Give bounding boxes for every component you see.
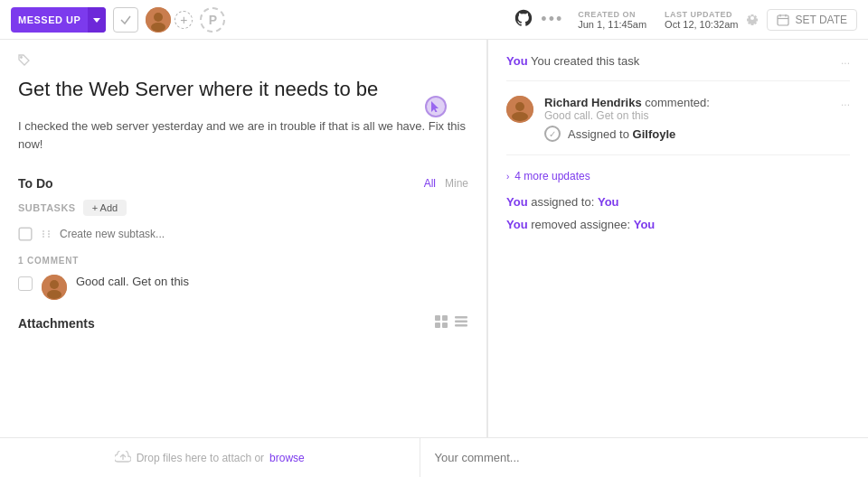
svg-point-3 <box>151 23 165 32</box>
list-view-icon[interactable] <box>454 314 468 332</box>
add-assignee-button[interactable]: + <box>175 11 193 29</box>
new-subtask-row <box>18 227 468 241</box>
assignees-area: + <box>146 7 193 33</box>
comment-author: Richard Hendriks <box>544 96 642 109</box>
created-text: You created this task <box>531 54 639 68</box>
svg-rect-21 <box>435 323 440 328</box>
avatar-primary <box>146 7 171 33</box>
assignee-placeholder: P <box>200 7 225 33</box>
set-date-label: SET DATE <box>795 14 847 26</box>
activity-comment: Richard Hendriks commented: Good call. G… <box>506 96 850 155</box>
meta-section: CREATED ON Jun 1, 11:45am LAST UPDATED O… <box>578 10 738 30</box>
set-date-button[interactable]: SET DATE <box>767 9 857 31</box>
gear-icon[interactable] <box>745 11 760 28</box>
new-subtask-input[interactable] <box>60 228 468 240</box>
activity-created: You You created this task ... <box>506 54 850 81</box>
filter-links: All Mine <box>424 177 468 190</box>
todo-section-header: To Do All Mine <box>18 176 468 191</box>
filter-mine[interactable]: Mine <box>445 177 468 190</box>
comment-input-area <box>420 438 869 477</box>
removed-you: You <box>634 218 656 231</box>
upload-icon <box>115 451 131 465</box>
activity-removed: You removed assignee: You <box>506 218 850 231</box>
assign-check-icon: ✓ <box>544 126 561 142</box>
status-badge[interactable]: MESSED UP <box>11 7 106 33</box>
svg-point-2 <box>154 13 163 22</box>
svg-rect-22 <box>442 323 448 328</box>
svg-marker-0 <box>93 18 100 23</box>
view-icons <box>434 314 468 332</box>
github-icon[interactable] <box>514 8 533 31</box>
subtasks-row: SUBTASKS + Add <box>18 200 468 216</box>
activity-more-dots[interactable]: ... <box>841 54 850 67</box>
tag-icon <box>18 54 468 70</box>
svg-point-8 <box>21 57 23 59</box>
assign-name: Gilfoyle <box>633 127 676 141</box>
last-updated-meta: LAST UPDATED Oct 12, 10:32am <box>665 10 738 30</box>
svg-point-10 <box>42 230 44 232</box>
comment-section: 1 COMMENT Good call. Get on this <box>18 256 468 300</box>
svg-rect-25 <box>455 324 467 327</box>
comment-checkbox[interactable] <box>18 276 33 291</box>
svg-point-18 <box>47 290 61 299</box>
grid-view-icon[interactable] <box>434 314 448 332</box>
svg-point-12 <box>42 236 44 238</box>
assign-label: Assigned to Gilfoyle <box>568 127 675 141</box>
drop-area[interactable]: Drop files here to attach or browse <box>0 438 420 477</box>
svg-rect-4 <box>778 15 788 25</box>
filter-all[interactable]: All <box>424 177 436 190</box>
add-subtask-button[interactable]: + Add <box>83 200 127 216</box>
bottom-bar: Drop files here to attach or browse <box>0 437 868 477</box>
svg-point-14 <box>48 233 50 235</box>
comment-content: Good call. Get on this <box>544 109 830 122</box>
svg-point-28 <box>512 112 528 121</box>
svg-point-17 <box>50 280 59 289</box>
svg-rect-24 <box>455 321 467 323</box>
more-updates[interactable]: › 4 more updates <box>506 170 850 182</box>
assign-row: ✓ Assigned to Gilfoyle <box>544 126 830 142</box>
activity-avatar <box>506 96 533 123</box>
attachments-title: Attachments <box>18 316 95 331</box>
drop-text: Drop files here to attach or <box>137 452 264 464</box>
comment-action: commented: <box>645 96 710 109</box>
todo-title: To Do <box>18 176 53 191</box>
comment-text: Good call. Get on this <box>76 275 189 288</box>
status-text: MESSED UP <box>11 14 88 25</box>
subtasks-label: SUBTASKS <box>18 202 76 213</box>
svg-rect-9 <box>19 228 32 240</box>
created-on-meta: CREATED ON Jun 1, 11:45am <box>578 10 646 30</box>
more-updates-text: 4 more updates <box>514 170 590 182</box>
chevron-right-icon: › <box>506 172 509 182</box>
more-options-button[interactable]: ••• <box>541 10 563 29</box>
assigned-to-you: You <box>598 195 619 209</box>
complete-button[interactable] <box>113 7 138 33</box>
subtask-icon <box>18 227 33 241</box>
status-dropdown-arrow[interactable] <box>88 7 106 33</box>
attachments-header: Attachments <box>18 314 468 332</box>
task-title: Get the Web Server where it needs to be <box>18 77 468 103</box>
svg-point-15 <box>48 236 50 238</box>
svg-rect-19 <box>435 315 440 321</box>
browse-link[interactable]: browse <box>269 452 305 464</box>
left-panel: Get the Web Server where it needs to be … <box>0 40 487 437</box>
svg-rect-23 <box>455 316 467 319</box>
svg-point-27 <box>515 102 524 111</box>
svg-point-11 <box>42 233 44 235</box>
svg-point-13 <box>48 230 50 232</box>
right-panel: You You created this task ... <box>488 40 868 437</box>
subtask-drag-icon <box>40 228 52 240</box>
comment-count: 1 COMMENT <box>18 256 468 266</box>
comment-item: Good call. Get on this <box>18 275 468 300</box>
svg-rect-20 <box>442 315 448 321</box>
task-description: I checked the web server yesterday and w… <box>18 117 468 155</box>
comment-input[interactable] <box>435 451 854 464</box>
you-created-you: You <box>506 54 528 68</box>
cursor-indicator <box>425 96 443 114</box>
comment-more-dots[interactable]: ... <box>841 96 850 108</box>
comment-avatar <box>42 275 67 300</box>
activity-assigned: You assigned to: You <box>506 195 850 209</box>
